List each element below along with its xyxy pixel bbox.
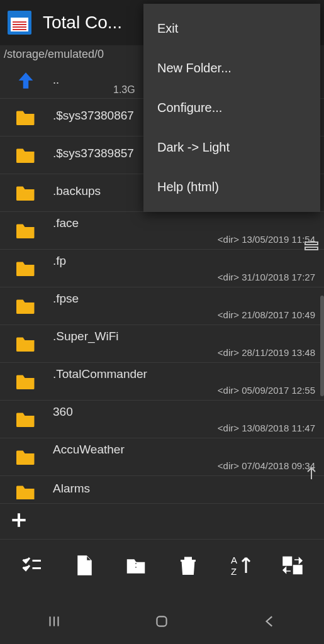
svg-rect-1 xyxy=(305,247,318,250)
file-meta: <dir> 31/10/2018 17:27 xyxy=(218,272,319,282)
list-item[interactable]: AccuWeather<dir> 07/04/2018 09:34 xyxy=(0,438,324,476)
svg-rect-13 xyxy=(157,616,167,626)
folder-icon xyxy=(10,333,42,355)
list-item[interactable]: .fp<dir> 31/10/2018 17:27 xyxy=(0,250,324,287)
select-button[interactable] xyxy=(16,550,47,581)
file-name: .fp xyxy=(53,254,319,268)
menu-help[interactable]: Help (html) xyxy=(143,167,320,207)
folder-icon xyxy=(10,481,42,499)
new-file-button[interactable] xyxy=(68,550,99,581)
app-title: Total Co... xyxy=(43,13,122,33)
svg-rect-9 xyxy=(294,565,303,574)
app-icon xyxy=(8,11,31,35)
scroll-up-icon[interactable] xyxy=(303,465,320,482)
overflow-menu: Exit New Folder... Configure... Dark -> … xyxy=(143,4,320,212)
nav-home[interactable] xyxy=(143,609,181,634)
folder-icon xyxy=(10,219,42,242)
list-item[interactable]: .Super_WiFi<dir> 28/11/2019 13:48 xyxy=(0,325,324,363)
menu-exit[interactable]: Exit xyxy=(143,9,320,48)
file-name: 360 xyxy=(53,405,319,419)
svg-text:A: A xyxy=(231,555,237,565)
swap-panels-button[interactable] xyxy=(277,550,308,581)
bottom-toolbar: AZ xyxy=(0,547,324,584)
list-item[interactable]: 360<dir> 13/08/2018 11:47 xyxy=(0,401,324,438)
file-name: .Super_WiFi xyxy=(53,330,319,343)
list-item[interactable]: .fpse<dir> 21/08/2017 10:49 xyxy=(0,287,324,325)
menu-new-folder[interactable]: New Folder... xyxy=(143,48,320,88)
folder-icon xyxy=(10,106,42,129)
svg-rect-5 xyxy=(135,567,137,569)
file-name: .face xyxy=(53,216,319,230)
scrollbar[interactable] xyxy=(320,296,324,396)
sort-button[interactable]: AZ xyxy=(225,550,256,581)
folder-icon xyxy=(10,144,42,167)
up-arrow-icon xyxy=(10,70,42,91)
zip-button[interactable] xyxy=(120,550,152,581)
list-item[interactable]: Alarms xyxy=(0,476,324,499)
svg-rect-4 xyxy=(135,563,137,565)
folder-icon xyxy=(10,446,42,469)
file-meta: <dir> 21/08/2017 10:49 xyxy=(218,309,319,320)
up-size: 1.3G xyxy=(113,84,135,96)
menu-theme-toggle[interactable]: Dark -> Light xyxy=(143,128,320,167)
file-name: Alarms xyxy=(53,482,319,496)
nav-back[interactable] xyxy=(251,609,289,634)
folder-icon xyxy=(10,408,42,431)
folder-icon xyxy=(10,257,42,280)
add-button[interactable] xyxy=(0,503,324,540)
file-meta: <dir> 13/08/2018 11:47 xyxy=(218,423,319,433)
menu-configure[interactable]: Configure... xyxy=(143,88,320,128)
file-meta: <dir> 28/11/2019 13:48 xyxy=(218,347,319,358)
delete-button[interactable] xyxy=(172,550,204,581)
file-meta: <dir> 05/09/2017 12:55 xyxy=(218,385,319,396)
file-name: .fpse xyxy=(53,292,319,306)
file-name: .TotalCommander xyxy=(53,367,319,381)
list-item[interactable]: .face<dir> 13/05/2019 11:54 xyxy=(0,212,324,250)
svg-rect-8 xyxy=(283,557,292,566)
folder-icon xyxy=(10,295,42,318)
folder-icon xyxy=(10,182,42,204)
svg-rect-0 xyxy=(305,242,318,245)
drawer-toggle-icon[interactable] xyxy=(303,237,320,255)
file-name: AccuWeather xyxy=(53,443,319,457)
system-nav-bar xyxy=(0,599,324,644)
folder-icon xyxy=(10,370,42,393)
list-item[interactable]: .TotalCommander<dir> 05/09/2017 12:55 xyxy=(0,363,324,401)
nav-recents[interactable] xyxy=(35,609,73,634)
svg-text:Z: Z xyxy=(231,566,237,577)
